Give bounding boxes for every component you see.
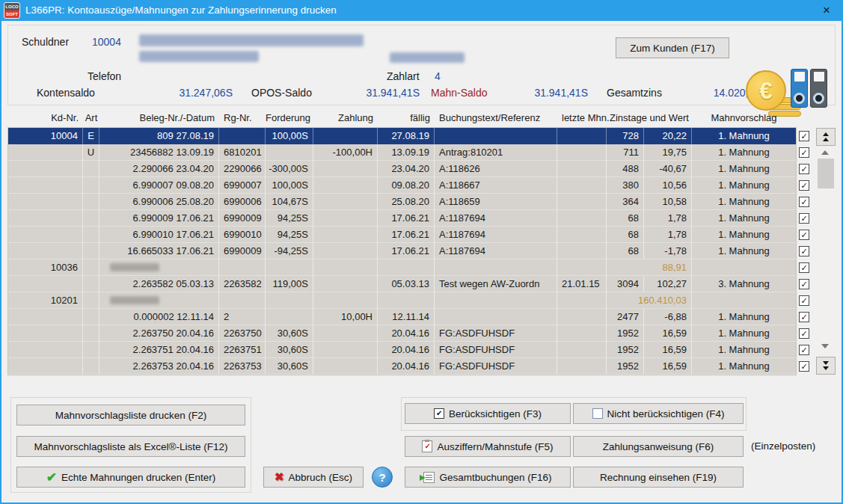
gesamtbuchungen-button[interactable]: Gesamtbuchungen (F16) <box>405 467 571 488</box>
cell-letzte <box>557 259 607 276</box>
cell-rg <box>219 292 266 309</box>
cell-beleg: 6.990010 17.06.21 <box>99 227 219 243</box>
table-row[interactable]: 10004E809 27.08.19100,00S27.08.1972820,2… <box>8 128 796 144</box>
cell-forderung: -94,25S <box>266 243 313 259</box>
cell-text <box>435 292 557 309</box>
table-row[interactable]: 2.263753 20.04.16226375330,60S20.04.16FG… <box>8 358 796 375</box>
scroll-last-button[interactable] <box>816 357 836 375</box>
cell-beleg: 2.290066 23.04.20 <box>99 161 219 177</box>
table-row[interactable]: 2.263751 20.04.16226375130,60S20.04.16FG… <box>8 342 796 358</box>
table-row[interactable]: 6.990010 17.06.21699001094,25S17.06.21A:… <box>8 227 796 243</box>
cell-kd <box>8 177 83 194</box>
zum-kunden-button[interactable]: Zum Kunden (F17) <box>616 37 729 58</box>
gesamtzins-label: Gesamtzins <box>607 87 662 99</box>
column-header: Forderung <box>266 110 313 127</box>
binder-folders-icon <box>791 69 827 108</box>
row-include-checkbox[interactable]: ✓ <box>799 262 809 273</box>
row-include-checkbox[interactable]: ✓ <box>799 328 809 339</box>
table-row[interactable]: 6.990006 25.08.206990006104,67S25.08.20A… <box>8 194 796 210</box>
red-x-icon <box>275 471 284 483</box>
cell-art <box>83 243 99 259</box>
close-icon[interactable]: × <box>815 0 839 21</box>
kontensaldo-label: Kontensaldo <box>37 87 95 99</box>
help-button[interactable] <box>372 467 393 488</box>
beruecksichtigen-button[interactable]: Berücksichtigen (F3) <box>405 403 571 424</box>
cell-mahn: 1. Mahnung <box>692 161 796 177</box>
table-row[interactable]: 16.665033 17.06.216990009-94,25S17.06.21… <box>8 243 796 259</box>
cell-forderung: 94,25S <box>266 210 313 227</box>
cell-faellig: 12.11.14 <box>378 309 435 325</box>
cell-wert: 102,27 <box>644 276 692 292</box>
cell-text: Antrag:810201 <box>435 144 557 161</box>
table-row[interactable]: 6.990009 17.06.21699000994,25S17.06.21A:… <box>8 210 796 227</box>
cell-kd <box>8 309 83 325</box>
cell-mahn: 1. Mahnung <box>692 342 796 358</box>
scroll-up-arrow-icon[interactable] <box>821 150 829 155</box>
table-row[interactable]: U23456882 13.09.196810201-100,00H13.09.1… <box>8 144 796 161</box>
row-include-checkbox[interactable]: ✓ <box>799 312 809 322</box>
table-row[interactable]: 6.990007 09.08.206990007100,00S09.08.20A… <box>8 177 796 194</box>
row-include-checkbox[interactable]: ✓ <box>799 197 809 207</box>
abbruch-button[interactable]: Abbruch (Esc) <box>263 467 364 488</box>
cell-text: A:118659 <box>435 194 557 210</box>
cell-forderung: 100,00S <box>266 177 313 194</box>
cell-wert: -1,78 <box>644 243 692 259</box>
excel-liste-button[interactable]: Mahnvorschlagsliste als Excel®-Liste (F1… <box>16 436 245 457</box>
cell-mahn: 1. Mahnung <box>692 177 796 194</box>
cell-mahn: 1. Mahnung <box>692 144 796 161</box>
rechnung-einsehen-button[interactable]: Rechnung einsehen (F19) <box>573 467 744 488</box>
redacted-customer-name <box>110 263 159 271</box>
row-include-checkbox[interactable]: ✓ <box>799 295 809 306</box>
binder-label <box>814 72 824 82</box>
cell-forderung: 30,60S <box>266 325 313 342</box>
table-row[interactable]: 1003688,91 <box>8 259 796 276</box>
table-row[interactable]: 10201160.410,03 <box>8 292 796 309</box>
row-include-checkbox[interactable]: ✓ <box>799 164 809 174</box>
cell-zahlung <box>313 161 378 177</box>
mahnvorschlagsliste-drucken-button[interactable]: Mahnvorschlagsliste drucken (F2) <box>16 405 245 425</box>
row-include-checkbox[interactable]: ✓ <box>799 279 809 289</box>
table-row[interactable]: 2.290066 23.04.202290066-300,00S23.04.20… <box>8 161 796 177</box>
cell-art <box>83 342 99 358</box>
table-row[interactable]: 2.263750 20.04.16226375030,60S20.04.16FG… <box>8 325 796 342</box>
cell-text <box>435 259 557 276</box>
cell-faellig <box>378 259 435 276</box>
row-include-checkbox[interactable]: ✓ <box>799 131 809 141</box>
nicht-beruecksichtigen-button[interactable]: Nicht berücksichtigen (F4) <box>573 403 744 424</box>
cell-kd: 10036 <box>8 259 83 276</box>
cell-rg <box>219 259 266 276</box>
table-row[interactable]: 2.263582 05.03.132263582119,00S05.03.13T… <box>8 276 796 292</box>
cell-rg: 6990009 <box>219 210 266 227</box>
binder-ring <box>794 93 805 104</box>
row-include-checkbox[interactable]: ✓ <box>799 180 809 191</box>
button-label: Zahlungsanweisung (F6) <box>603 441 714 452</box>
cell-zinstage: 380 <box>607 177 644 194</box>
scroll-first-button[interactable] <box>816 128 836 146</box>
scroll-down-arrow-icon[interactable] <box>821 344 829 348</box>
row-include-checkbox[interactable]: ✓ <box>799 147 809 158</box>
echte-mahnungen-drucken-button[interactable]: Echte Mahnungen drucken (Enter) <box>16 467 245 488</box>
ausziffern-mahnstufe-button[interactable]: Ausziffern/Mahnstufe (F5) <box>405 436 571 457</box>
cell-kd <box>8 144 83 161</box>
cell-zahlung <box>313 325 378 342</box>
row-include-checkbox[interactable]: ✓ <box>799 361 809 372</box>
column-header: Buchungstext/Referenz <box>435 110 557 127</box>
table-row[interactable]: 0.000002 12.11.14210,00H12.11.142477-6,8… <box>8 309 796 325</box>
zahlungsanweisung-button[interactable]: Zahlungsanweisung (F6) <box>573 436 744 457</box>
cell-faellig: 27.08.19 <box>378 128 435 144</box>
einzelposten-label: (Einzelposten) <box>751 440 815 452</box>
cell-beleg: 2.263753 20.04.16 <box>99 358 219 375</box>
cell-art <box>83 210 99 227</box>
scrollbar-thumb[interactable] <box>818 159 834 188</box>
cell-faellig: 20.04.16 <box>378 325 435 342</box>
table-header-row: Kd-Nr.ArtBeleg-Nr./-DatumRg-Nr.Forderung… <box>8 110 796 127</box>
row-include-checkbox[interactable]: ✓ <box>799 246 809 256</box>
cell-zahlung <box>313 194 378 210</box>
checked-checkbox-icon <box>434 408 444 419</box>
row-include-checkbox[interactable]: ✓ <box>799 213 809 224</box>
row-include-checkbox[interactable]: ✓ <box>799 230 809 240</box>
row-include-checkbox[interactable]: ✓ <box>799 345 809 355</box>
app-window: LOCO SOFT L366PR: Kontoauszüge/Mahnungen… <box>0 0 843 504</box>
cell-kd <box>8 194 83 210</box>
cell-forderung: 104,67S <box>266 194 313 210</box>
